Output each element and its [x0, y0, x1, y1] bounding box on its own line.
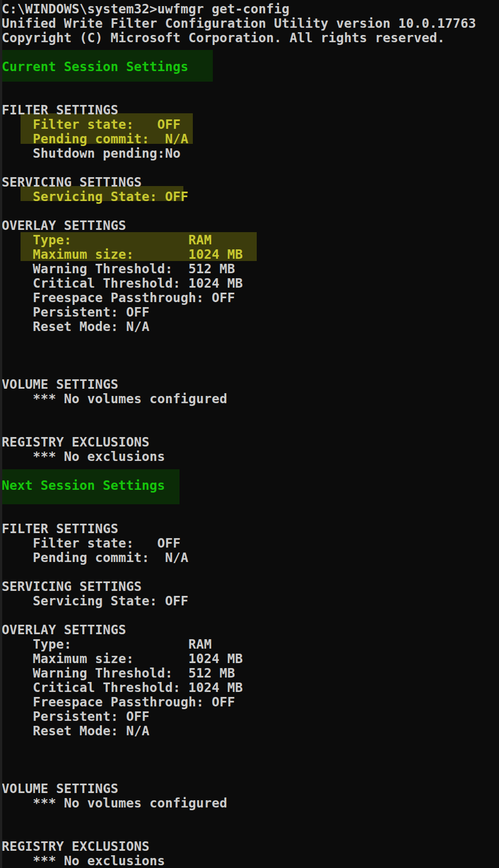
terminal-line: OVERLAY SETTINGS	[2, 623, 499, 637]
terminal-line: Filter state: OFF	[2, 536, 499, 550]
terminal-line	[2, 406, 499, 420]
terminal-line	[2, 88, 499, 103]
terminal-line	[2, 334, 499, 348]
terminal-line: OVERLAY SETTINGS	[2, 218, 499, 233]
terminal-line: Pending commit: N/A	[2, 550, 499, 565]
terminal-line: Servicing State: OFF	[2, 189, 499, 204]
terminal-line	[2, 348, 499, 363]
terminal-line: Critical Threshold: 1024 MB	[2, 680, 499, 695]
console-window: C:\WINDOWS\system32>uwfmgr get-configUni…	[0, 0, 499, 868]
terminal-line	[2, 767, 499, 781]
terminal-line	[2, 160, 499, 175]
terminal-line: Warning Threshold: 512 MB	[2, 666, 499, 680]
terminal-line: SERVICING SETTINGS	[2, 579, 499, 594]
terminal-line: VOLUME SETTINGS	[2, 377, 499, 392]
terminal-line	[2, 810, 499, 825]
terminal-line: C:\WINDOWS\system32>uwfmgr get-config	[2, 2, 499, 16]
terminal-line: Warning Threshold: 512 MB	[2, 262, 499, 276]
terminal-line: Type: RAM	[2, 233, 499, 247]
terminal-line	[2, 363, 499, 377]
terminal-line	[2, 74, 499, 88]
terminal-line: Type: RAM	[2, 637, 499, 651]
terminal-line: *** No exclusions	[2, 449, 499, 464]
terminal-line: Maximum size: 1024 MB	[2, 247, 499, 262]
terminal-line: Next Session Settings	[2, 478, 499, 493]
terminal-line: Current Session Settings	[2, 59, 499, 74]
terminal-line	[2, 565, 499, 579]
terminal-line: Reset Mode: N/A	[2, 319, 499, 334]
terminal-line: Persistent: OFF	[2, 305, 499, 319]
terminal-line	[2, 507, 499, 521]
terminal-line	[2, 752, 499, 767]
terminal-line: FILTER SETTINGS	[2, 103, 499, 117]
terminal-line: *** No volumes configured	[2, 796, 499, 810]
terminal-line: Freespace Passthrough: OFF	[2, 290, 499, 305]
terminal-line: Servicing State: OFF	[2, 594, 499, 608]
terminal-line: REGISTRY EXCLUSIONS	[2, 839, 499, 854]
terminal-line: Freespace Passthrough: OFF	[2, 695, 499, 709]
terminal-line: Reset Mode: N/A	[2, 724, 499, 738]
terminal-line: Maximum size: 1024 MB	[2, 651, 499, 666]
terminal-line	[2, 464, 499, 478]
terminal-line: Unified Write Filter Configuration Utili…	[2, 16, 499, 31]
terminal-line: Pending commit: N/A	[2, 132, 499, 146]
terminal-line: Shutdown pending:No	[2, 146, 499, 160]
terminal-line: SERVICING SETTINGS	[2, 175, 499, 189]
terminal-line: REGISTRY EXCLUSIONS	[2, 435, 499, 449]
terminal-line: Critical Threshold: 1024 MB	[2, 276, 499, 290]
terminal-line	[2, 420, 499, 435]
terminal-line: VOLUME SETTINGS	[2, 781, 499, 796]
terminal-line	[2, 738, 499, 752]
terminal-line	[2, 608, 499, 623]
window-left-edge	[0, 0, 2, 868]
terminal-line	[2, 45, 499, 59]
terminal-line: Copyright (C) Microsoft Corporation. All…	[2, 31, 499, 45]
terminal-line: Persistent: OFF	[2, 709, 499, 724]
terminal-line: *** No volumes configured	[2, 392, 499, 406]
terminal-line: *** No exclusions	[2, 854, 499, 868]
terminal-line: Filter state: OFF	[2, 117, 499, 132]
terminal-line	[2, 493, 499, 507]
terminal-line: FILTER SETTINGS	[2, 521, 499, 536]
terminal-line	[2, 825, 499, 839]
terminal-line	[2, 204, 499, 218]
terminal-output: C:\WINDOWS\system32>uwfmgr get-configUni…	[0, 0, 499, 868]
